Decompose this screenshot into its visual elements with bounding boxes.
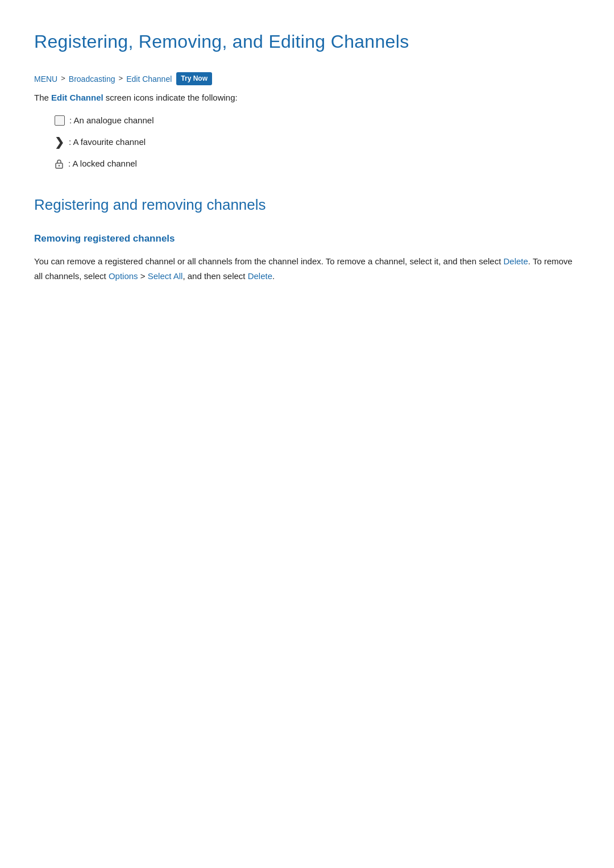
locked-channel-label: : A locked channel — [68, 157, 137, 171]
list-item-analogue: : An analogue channel — [55, 114, 580, 127]
favourite-channel-icon: ❯ — [55, 133, 64, 151]
breadcrumb-menu[interactable]: MENU — [34, 73, 57, 85]
analogue-channel-label: : An analogue channel — [69, 114, 154, 127]
list-item-locked: : A locked channel — [55, 157, 580, 171]
analogue-channel-icon — [55, 115, 65, 126]
body-text-1: You can remove a registered channel or a… — [34, 256, 504, 266]
select-all-link[interactable]: Select All — [148, 271, 183, 281]
breadcrumb-broadcasting[interactable]: Broadcasting — [69, 73, 115, 85]
body-text-4: , and then select — [182, 271, 245, 281]
subsection-title-removing: Removing registered channels — [34, 231, 580, 246]
breadcrumb-sep-2: > — [119, 73, 123, 85]
body-text-3: > — [138, 271, 148, 281]
breadcrumb-sep-1: > — [61, 73, 65, 85]
page-title: Registering, Removing, and Editing Chann… — [34, 27, 580, 56]
intro-paragraph: The Edit Channel screen icons indicate t… — [34, 91, 580, 105]
breadcrumb-edit-channel[interactable]: Edit Channel — [126, 73, 172, 85]
intro-edit-channel-highlight: Edit Channel — [51, 93, 103, 102]
try-now-badge[interactable]: Try Now — [176, 72, 212, 85]
breadcrumb: MENU > Broadcasting > Edit Channel Try N… — [34, 72, 580, 85]
options-link[interactable]: Options — [109, 271, 138, 281]
intro-text-after: screen icons indicate the following: — [103, 93, 238, 102]
section-title-registering-removing: Registering and removing channels — [34, 193, 580, 217]
svg-point-1 — [59, 165, 60, 167]
delete-link-1[interactable]: Delete — [504, 256, 528, 266]
favourite-channel-label: : A favourite channel — [69, 135, 146, 149]
locked-channel-icon — [55, 159, 64, 169]
body-text-5: . — [272, 271, 275, 281]
intro-text-before: The — [34, 93, 51, 102]
body-paragraph: You can remove a registered channel or a… — [34, 254, 580, 283]
delete-link-2[interactable]: Delete — [248, 271, 272, 281]
list-item-favourite: ❯ : A favourite channel — [55, 133, 580, 151]
icon-list: : An analogue channel ❯ : A favourite ch… — [34, 114, 580, 171]
